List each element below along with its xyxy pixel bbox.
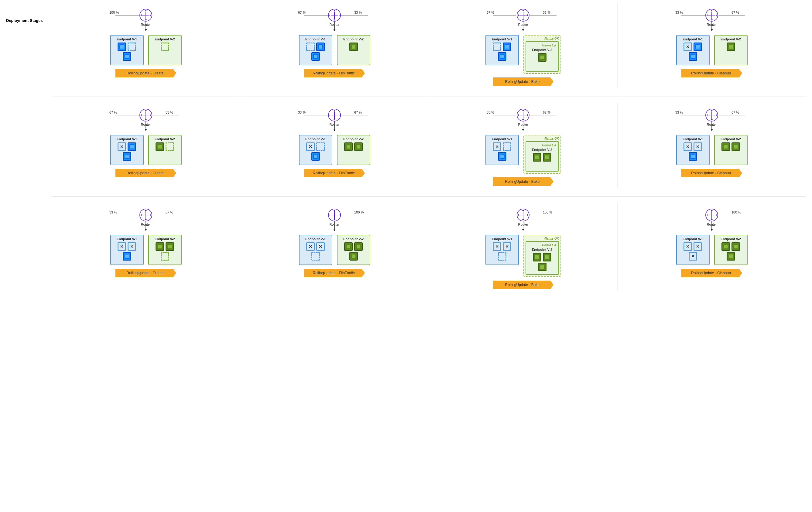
stage-banner: RollingUpdate - Bake	[493, 177, 553, 186]
router-diagram: 100 %Router	[106, 5, 185, 33]
svg-marker-137	[522, 229, 524, 231]
endpoint-box-endpoint-v-1: Endpoint V-1✕	[676, 35, 709, 65]
svg-text:33 %: 33 %	[487, 111, 494, 114]
endpoint-title: Endpoint V-2	[528, 248, 556, 251]
stage-s7: 33 %67 %RouterEndpoint V-1✕Alarms OKAlar…	[429, 103, 617, 187]
service-icons-row	[488, 42, 516, 51]
service-icons-row	[113, 152, 141, 161]
service-icons-row: ✕	[679, 252, 707, 261]
svg-marker-97	[710, 129, 713, 131]
endpoint-title: Endpoint V-1	[679, 137, 707, 141]
service-icons-row: ✕	[301, 143, 330, 151]
solid-blue-service-icon	[123, 52, 131, 61]
endpoint-box-endpoint-v-2: Endpoint V-2	[337, 235, 370, 265]
service-icons-row	[528, 253, 556, 262]
stage-s3: 67 %33 %RouterEndpoint V-1Alarms OKAlarm…	[429, 3, 617, 87]
stage-banner: RollingUpdate - Create	[115, 69, 176, 78]
svg-text:33 %: 33 %	[166, 111, 173, 114]
service-icons-row	[488, 152, 516, 161]
solid-green-service-icon	[727, 252, 735, 261]
svg-text:100 %: 100 %	[109, 11, 119, 14]
svg-marker-27	[522, 29, 524, 31]
svg-text:100 %: 100 %	[543, 210, 552, 214]
main-container: Deployment Stages100 %RouterEndpoint V-1…	[0, 0, 812, 303]
endpoint-title: Endpoint V-2	[717, 137, 745, 141]
endpoint-title: Endpoint V-1	[113, 137, 141, 141]
router-diagram: 33 %67 %Router	[484, 104, 562, 133]
dashed-blue-service-icon	[493, 42, 501, 51]
solid-blue-service-icon	[123, 152, 131, 161]
alarms-ok-wrapper: Alarms OKAlarms OKEndpoint V-2	[523, 235, 561, 277]
endpoint-title: Endpoint V-2	[717, 237, 745, 241]
svg-text:Router: Router	[329, 23, 339, 26]
service-icons-row	[113, 52, 141, 61]
service-icons-row: ✕✕	[301, 242, 330, 251]
endpoint-title: Endpoint V-2	[528, 48, 556, 52]
service-icons-row	[488, 252, 516, 261]
endpoint-title: Endpoint V-2	[339, 37, 368, 41]
endpoint-title: Endpoint V-1	[113, 237, 141, 241]
svg-text:67 %: 67 %	[731, 11, 739, 14]
endpoint-box-endpoint-v-2: Endpoint V-2	[337, 135, 370, 165]
solid-blue-service-icon	[498, 152, 506, 161]
svg-text:Router: Router	[141, 23, 151, 26]
service-icons-row: ✕✕	[679, 143, 707, 151]
endpoints-row: Endpoint V-1Alarms OKAlarms OKEndpoint V…	[486, 35, 561, 74]
deployment-label	[6, 197, 52, 212]
alarms-ok-label: Alarms OK	[525, 37, 559, 40]
endpoint-box-endpoint-v-2: Endpoint V-2	[337, 35, 370, 65]
svg-text:Router: Router	[141, 123, 151, 126]
stage-s1: 100 %RouterEndpoint V-1Endpoint V-2Rolli…	[52, 3, 240, 87]
stage-banner: RollingUpdate - Bake	[493, 280, 553, 289]
solid-blue-service-icon	[118, 42, 126, 51]
service-icons-row	[113, 252, 141, 261]
x-blue-service-icon: ✕	[118, 143, 126, 151]
solid-green-service-icon	[354, 143, 363, 151]
endpoint-title: Endpoint V-2	[151, 237, 179, 241]
endpoint-box-endpoint-v-2: Endpoint V-2	[714, 235, 748, 265]
stage-banner: RollingUpdate - FlipTraffic	[304, 169, 365, 177]
stage-s9: 33 %67 %RouterEndpoint V-1✕✕Endpoint V-2…	[52, 203, 240, 291]
router-diagram: 33 %67 %Router	[672, 104, 751, 133]
stage-banner: RollingUpdate - FlipTraffic	[304, 69, 365, 78]
deployment-label: Deployment Stages	[6, 3, 52, 23]
service-icons-row	[528, 53, 556, 62]
svg-text:100 %: 100 %	[731, 210, 741, 214]
solid-blue-service-icon	[689, 52, 697, 61]
solid-green-service-icon	[538, 263, 547, 271]
endpoint-box-endpoint-v-1: Endpoint V-1	[110, 35, 144, 65]
dashed-green-service-icon	[161, 42, 169, 51]
x-blue-service-icon: ✕	[689, 252, 697, 261]
endpoint-box-endpoint-v-2: Endpoint V-2	[148, 235, 182, 265]
router-diagram: 33 %67 %Router	[295, 104, 374, 133]
svg-text:67 %: 67 %	[354, 111, 362, 114]
svg-text:Router: Router	[518, 123, 528, 126]
service-icons-row	[151, 143, 179, 151]
service-icons-row: ✕	[488, 143, 516, 151]
stage-banner: RollingUpdate - Create	[115, 169, 176, 177]
svg-text:33 %: 33 %	[109, 210, 117, 214]
svg-text:100 %: 100 %	[354, 210, 364, 214]
service-icons-row: ✕✕	[679, 242, 707, 251]
svg-text:Router: Router	[141, 222, 151, 226]
service-icons-row	[339, 252, 368, 261]
x-blue-service-icon: ✕	[684, 143, 692, 151]
x-blue-service-icon: ✕	[127, 242, 136, 251]
alarms-ok-label: Alarms OK	[525, 237, 559, 240]
endpoint-title: Endpoint V-2	[151, 37, 179, 41]
stage-s5: 67 %33 %RouterEndpoint V-1✕Endpoint V-2R…	[52, 103, 240, 187]
deployment-label	[6, 97, 52, 112]
svg-marker-41	[710, 29, 713, 31]
stage-banner: RollingUpdate - Cleanup	[682, 169, 742, 177]
alarms-ok-label: Alarms OK	[528, 44, 556, 47]
endpoints-row: Endpoint V-1✕✕Alarms OKAlarms OKEndpoint…	[486, 235, 561, 277]
endpoint-box-endpoint-v-1: Endpoint V-1	[486, 35, 519, 65]
endpoints-row: Endpoint V-1✕Endpoint V-2	[676, 35, 748, 65]
svg-text:Router: Router	[518, 222, 528, 226]
row-row1: Deployment Stages100 %RouterEndpoint V-1…	[6, 3, 806, 87]
service-icons-row	[113, 42, 141, 51]
x-blue-service-icon: ✕	[306, 242, 315, 251]
solid-blue-service-icon	[694, 42, 702, 51]
x-blue-service-icon: ✕	[694, 242, 702, 251]
stage-s4: 33 %67 %RouterEndpoint V-1✕Endpoint V-2R…	[617, 3, 806, 87]
